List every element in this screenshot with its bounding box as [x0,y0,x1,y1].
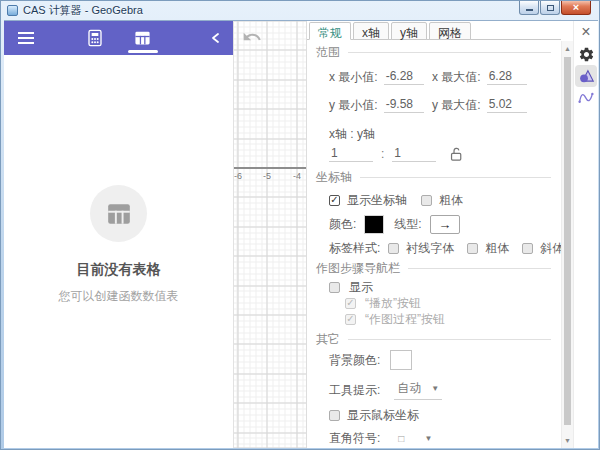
row-protocol-button: “作图过程”按钮 [345,310,445,328]
bg-color-label: 背景颜色: [329,352,380,369]
window-title: CAS 计算器 - GeoGebra [23,3,143,18]
tab-table-view[interactable] [126,21,160,55]
tooltip-value: 自动 [397,380,421,397]
close-button[interactable]: × [561,1,591,15]
x-min-input[interactable]: -6.28 [384,69,424,85]
play-button-label: “播放”按钮 [365,295,421,312]
right-angle-value[interactable]: □ [398,433,404,444]
close-settings-button[interactable]: × [574,21,599,43]
settings-tabs: 常规 x轴 y轴 网格 [307,21,561,40]
ratio-x-input[interactable]: 1 [329,146,373,162]
scrollbar-thumb[interactable] [564,57,571,425]
color-label: 颜色: [329,216,356,233]
show-axes-label: 显示坐标轴 [347,192,407,209]
section-range: 范围 [316,45,551,59]
x-max-input[interactable]: 6.28 [487,69,527,85]
table-icon-large [106,202,132,226]
protocol-button-checkbox[interactable] [345,314,356,325]
lock-open-icon[interactable] [448,146,465,163]
axes-color-swatch[interactable] [364,215,384,234]
x-axis [234,167,306,169]
mouse-coords-checkbox[interactable] [329,410,340,421]
label-style-label: 标签样式: [329,240,380,257]
navbar-show-checkbox[interactable] [329,282,340,293]
ratio-y-input[interactable]: 1 [392,146,436,162]
mouse-coords-label: 显示鼠标坐标 [347,407,419,424]
tab-algebra-calculator[interactable] [78,21,112,55]
tab-general[interactable]: 常规 [309,22,351,40]
y-max-input[interactable]: 5.02 [487,97,527,113]
navbar-show-label: 显示 [349,279,373,296]
italic-checkbox[interactable] [522,243,533,254]
play-button-checkbox[interactable] [345,298,356,309]
serif-checkbox[interactable] [388,243,399,254]
app-icon [7,5,18,16]
axes-bold-label: 粗体 [439,192,463,209]
x-max-label: x 最大值: [432,69,481,86]
row-mouse-coords: 显示鼠标坐标 [329,406,419,424]
app-content: 目前没有表格 您可以创建函数数值表 -6 -5 -4 常规 x轴 y轴 网格 [4,20,598,448]
label-bold-checkbox[interactable] [467,243,478,254]
undo-icon[interactable] [242,27,262,47]
settings-button[interactable] [574,43,599,65]
geometry-icon [578,68,595,85]
maximize-button[interactable] [540,1,560,15]
tooltip-dropdown[interactable]: 自动 ▼ [394,380,442,400]
table-empty-state: 目前没有表格 您可以创建函数数值表 [4,55,233,448]
app-window: CAS 计算器 - GeoGebra × [0,0,600,450]
collapse-panel-icon[interactable] [209,31,223,45]
close-icon: × [581,24,590,40]
maximize-icon [547,5,554,11]
function-curve-icon [577,89,595,107]
section-misc: 其它 [316,332,551,346]
right-toolbar: × [573,21,598,448]
line-style-button[interactable]: → [430,215,460,234]
ratio-colon: : [381,147,384,161]
tooltip-label: 工具提示: [329,382,380,399]
tab-grid[interactable]: 网格 [429,22,471,40]
caret-down-icon[interactable]: ▼ [424,434,432,443]
bg-color-swatch[interactable] [390,350,412,370]
panel-header [4,21,233,55]
y-min-label: y 最小值: [329,97,378,114]
caret-down-icon: ▼ [431,384,439,393]
graphics-tools-button[interactable] [574,65,599,87]
scroll-down-icon[interactable]: ▼ [562,434,573,446]
tab-x-axis[interactable]: x轴 [353,22,389,40]
row-show-axes: 显示坐标轴 粗体 [329,191,463,209]
tab-y-axis[interactable]: y轴 [391,22,427,40]
ratio-label: x轴 : y轴 [329,125,375,143]
x-min-label: x 最小值: [329,69,378,86]
settings-scrollbar[interactable]: ▲ ▼ [561,41,573,448]
table-icon [134,30,151,46]
section-axes: 坐标轴 [316,170,551,184]
axes-bold-checkbox[interactable] [421,195,432,206]
show-axes-checkbox[interactable] [329,195,340,206]
gear-icon [578,46,595,63]
empty-table-title: 目前没有表格 [77,261,161,279]
row-right-angle: 直角符号: □ ▼ [329,429,432,447]
selected-tool-highlight [575,65,597,87]
right-angle-label: 直角符号: [329,430,380,447]
axis-tick-label: -6 [234,171,242,181]
table-view-panel: 目前没有表格 您可以创建函数数值表 [4,21,233,448]
row-x-range: x 最小值: -6.28 x 最大值: 6.28 [329,68,557,86]
close-icon: × [573,2,579,13]
row-axes-style: 颜色: 线型: → [329,213,460,235]
serif-label: 衬线字体 [406,240,454,257]
graphics-view[interactable]: -6 -5 -4 [233,21,306,448]
settings-panel: 常规 x轴 y轴 网格 范围 x 最小值: -6.28 x 最大值: 6.28 [306,21,573,448]
row-axis-ratio: 1 : 1 [329,143,465,165]
label-bold-label: 粗体 [485,240,509,257]
row-bg-color: 背景颜色: [329,349,412,371]
row-tooltip: 工具提示: 自动 ▼ [329,380,442,400]
empty-table-badge [90,185,147,242]
axis-tick-label: -4 [293,171,301,181]
calculator-icon [87,29,103,47]
minimize-button[interactable] [519,1,539,15]
function-view-button[interactable] [574,87,599,109]
y-min-input[interactable]: -9.58 [384,97,424,113]
row-label-style: 标签样式: 衬线字体 粗体 斜体 [329,239,564,257]
arrow-right-icon: → [438,217,451,232]
scroll-up-icon[interactable]: ▲ [562,42,573,54]
